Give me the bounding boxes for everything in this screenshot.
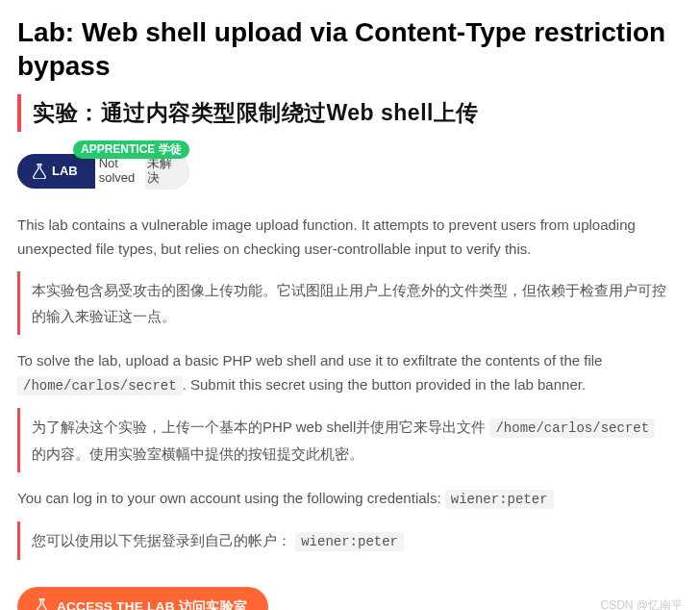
solve-en-a: To solve the lab, upload a basic PHP web… (17, 352, 602, 369)
lab-pill-label: LAB (52, 164, 78, 178)
lab-pill: APPRENTICE 学徒 LAB (17, 154, 95, 189)
solve-cn-b: 的内容。使用实验室横幅中提供的按钮提交此机密。 (32, 445, 363, 462)
page-title-cn: 实验：通过内容类型限制绕过Web shell上传 (17, 94, 683, 132)
access-lab-button[interactable]: ACCESS THE LAB 访问实验室 (17, 587, 268, 610)
intro-cn: 本实验包含易受攻击的图像上传功能。它试图阻止用户上传意外的文件类型，但依赖于检查… (17, 271, 683, 335)
creds-code-cn: wiener:peter (295, 532, 404, 551)
creds-en-text: You can log in to your own account using… (17, 490, 445, 506)
solve-en: To solve the lab, upload a basic PHP web… (17, 348, 683, 398)
creds-cn: 您可以使用以下凭据登录到自己的帐户： wiener:peter (17, 521, 683, 560)
secret-path-code-cn: /home/carlos/secret (489, 419, 655, 438)
intro-en: This lab contains a vulnerable image upl… (17, 213, 683, 262)
creds-cn-text: 您可以使用以下凭据登录到自己的帐户： (32, 532, 295, 548)
flask-icon (33, 164, 46, 179)
access-lab-label: ACCESS THE LAB 访问实验室 (57, 598, 247, 610)
watermark: CSDN @忆南平 (600, 597, 683, 610)
creds-code: wiener:peter (445, 490, 554, 509)
apprentice-badge: APPRENTICE 学徒 (73, 140, 189, 159)
flask-icon (35, 598, 49, 610)
solve-en-b: . Submit this secret using the button pr… (183, 376, 586, 393)
creds-en: You can log in to your own account using… (17, 486, 683, 512)
status-row: APPRENTICE 学徒 LAB Not solved 未解决 (17, 153, 683, 190)
solve-cn-a: 为了解决这个实验，上传一个基本的PHP web shell并使用它来导出文件 (32, 419, 489, 435)
solve-cn: 为了解决这个实验，上传一个基本的PHP web shell并使用它来导出文件 /… (17, 408, 683, 472)
secret-path-code: /home/carlos/secret (17, 376, 183, 395)
page-title: Lab: Web shell upload via Content-Type r… (17, 15, 683, 83)
